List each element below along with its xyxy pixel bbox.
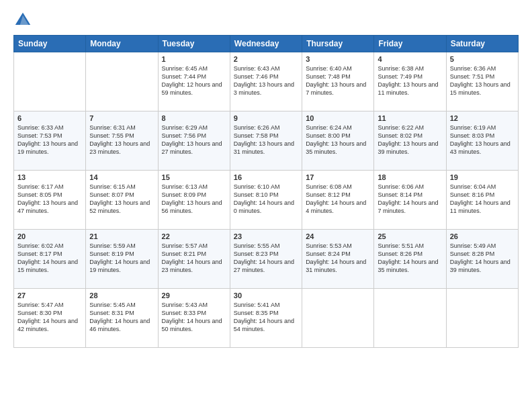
- calendar-week-5: 27Sunrise: 5:47 AM Sunset: 8:30 PM Dayli…: [14, 289, 519, 348]
- calendar-cell: 4Sunrise: 6:38 AM Sunset: 7:49 PM Daylig…: [374, 52, 446, 111]
- calendar-cell: 9Sunrise: 6:26 AM Sunset: 7:58 PM Daylig…: [230, 111, 302, 171]
- day-info: Sunrise: 6:13 AM Sunset: 8:09 PM Dayligh…: [162, 183, 226, 216]
- day-info: Sunrise: 6:29 AM Sunset: 7:56 PM Dayligh…: [162, 124, 226, 156]
- day-number: 12: [450, 114, 515, 122]
- header: [13, 11, 519, 30]
- calendar-cell: 21Sunrise: 5:59 AM Sunset: 8:19 PM Dayli…: [86, 230, 158, 289]
- calendar-cell: 14Sunrise: 6:15 AM Sunset: 8:07 PM Dayli…: [86, 171, 158, 230]
- day-of-week-tuesday: Tuesday: [158, 36, 230, 52]
- calendar-cell: 3Sunrise: 6:40 AM Sunset: 7:48 PM Daylig…: [302, 52, 374, 111]
- day-number: 18: [378, 173, 442, 181]
- day-of-week-sunday: Sunday: [14, 36, 86, 52]
- calendar-cell: 26Sunrise: 5:49 AM Sunset: 8:28 PM Dayli…: [446, 230, 518, 289]
- calendar-cell: 13Sunrise: 6:17 AM Sunset: 8:05 PM Dayli…: [14, 171, 86, 230]
- calendar-cell: 25Sunrise: 5:51 AM Sunset: 8:26 PM Dayli…: [374, 230, 446, 289]
- calendar: SundayMondayTuesdayWednesdayThursdayFrid…: [13, 35, 519, 348]
- day-info: Sunrise: 6:17 AM Sunset: 8:05 PM Dayligh…: [17, 183, 82, 216]
- day-info: Sunrise: 6:02 AM Sunset: 8:17 PM Dayligh…: [17, 242, 82, 275]
- calendar-cell: 11Sunrise: 6:22 AM Sunset: 8:02 PM Dayli…: [374, 111, 446, 171]
- calendar-cell: [302, 289, 374, 348]
- day-number: 10: [306, 114, 370, 122]
- day-of-week-friday: Friday: [374, 36, 446, 52]
- logo: [13, 11, 36, 30]
- day-info: Sunrise: 6:22 AM Sunset: 8:02 PM Dayligh…: [378, 124, 442, 156]
- calendar-week-2: 6Sunrise: 6:33 AM Sunset: 7:53 PM Daylig…: [14, 111, 519, 171]
- day-number: 30: [234, 291, 298, 300]
- day-info: Sunrise: 5:43 AM Sunset: 8:33 PM Dayligh…: [162, 301, 226, 334]
- calendar-cell: [446, 289, 518, 348]
- day-info: Sunrise: 5:57 AM Sunset: 8:21 PM Dayligh…: [162, 242, 226, 275]
- calendar-cell: 23Sunrise: 5:55 AM Sunset: 8:23 PM Dayli…: [230, 230, 302, 289]
- day-info: Sunrise: 5:49 AM Sunset: 8:28 PM Dayligh…: [450, 242, 515, 275]
- calendar-cell: 6Sunrise: 6:33 AM Sunset: 7:53 PM Daylig…: [14, 111, 86, 171]
- calendar-cell: 17Sunrise: 6:08 AM Sunset: 8:12 PM Dayli…: [302, 171, 374, 230]
- calendar-cell: 8Sunrise: 6:29 AM Sunset: 7:56 PM Daylig…: [158, 111, 230, 171]
- calendar-cell: 5Sunrise: 6:36 AM Sunset: 7:51 PM Daylig…: [446, 52, 518, 111]
- day-of-week-wednesday: Wednesday: [230, 36, 302, 52]
- day-info: Sunrise: 6:15 AM Sunset: 8:07 PM Dayligh…: [89, 183, 154, 216]
- day-number: 2: [234, 55, 298, 63]
- calendar-cell: 22Sunrise: 5:57 AM Sunset: 8:21 PM Dayli…: [158, 230, 230, 289]
- calendar-cell: 24Sunrise: 5:53 AM Sunset: 8:24 PM Dayli…: [302, 230, 374, 289]
- day-number: 4: [378, 55, 442, 63]
- day-info: Sunrise: 6:10 AM Sunset: 8:10 PM Dayligh…: [234, 183, 298, 216]
- calendar-cell: 2Sunrise: 6:43 AM Sunset: 7:46 PM Daylig…: [230, 52, 302, 111]
- calendar-cell: 10Sunrise: 6:24 AM Sunset: 8:00 PM Dayli…: [302, 111, 374, 171]
- day-info: Sunrise: 6:26 AM Sunset: 7:58 PM Dayligh…: [234, 124, 298, 156]
- calendar-cell: 7Sunrise: 6:31 AM Sunset: 7:55 PM Daylig…: [86, 111, 158, 171]
- day-number: 23: [234, 232, 298, 240]
- calendar-week-1: 1Sunrise: 6:45 AM Sunset: 7:44 PM Daylig…: [14, 52, 519, 111]
- calendar-week-3: 13Sunrise: 6:17 AM Sunset: 8:05 PM Dayli…: [14, 171, 519, 230]
- day-info: Sunrise: 6:43 AM Sunset: 7:46 PM Dayligh…: [234, 64, 298, 97]
- page: SundayMondayTuesdayWednesdayThursdayFrid…: [0, 0, 532, 411]
- day-info: Sunrise: 6:40 AM Sunset: 7:48 PM Dayligh…: [306, 64, 370, 97]
- day-number: 20: [17, 232, 82, 240]
- day-number: 16: [234, 173, 298, 181]
- day-number: 17: [306, 173, 370, 181]
- day-number: 5: [450, 55, 515, 63]
- calendar-cell: 12Sunrise: 6:19 AM Sunset: 8:03 PM Dayli…: [446, 111, 518, 171]
- calendar-cell: 19Sunrise: 6:04 AM Sunset: 8:16 PM Dayli…: [446, 171, 518, 230]
- day-number: 15: [162, 173, 226, 181]
- calendar-cell: 18Sunrise: 6:06 AM Sunset: 8:14 PM Dayli…: [374, 171, 446, 230]
- day-number: 7: [89, 114, 154, 122]
- day-number: 26: [450, 232, 515, 240]
- calendar-cell: [374, 289, 446, 348]
- day-number: 14: [89, 173, 154, 181]
- day-info: Sunrise: 5:55 AM Sunset: 8:23 PM Dayligh…: [234, 242, 298, 275]
- day-of-week-monday: Monday: [86, 36, 158, 52]
- day-info: Sunrise: 6:33 AM Sunset: 7:53 PM Dayligh…: [17, 124, 82, 156]
- calendar-cell: 1Sunrise: 6:45 AM Sunset: 7:44 PM Daylig…: [158, 52, 230, 111]
- day-info: Sunrise: 5:41 AM Sunset: 8:35 PM Dayligh…: [234, 301, 298, 334]
- day-info: Sunrise: 5:59 AM Sunset: 8:19 PM Dayligh…: [89, 242, 154, 275]
- day-info: Sunrise: 6:06 AM Sunset: 8:14 PM Dayligh…: [378, 183, 442, 216]
- day-info: Sunrise: 6:36 AM Sunset: 7:51 PM Dayligh…: [450, 64, 515, 97]
- day-info: Sunrise: 6:38 AM Sunset: 7:49 PM Dayligh…: [378, 64, 442, 97]
- day-number: 1: [162, 55, 226, 63]
- calendar-cell: 15Sunrise: 6:13 AM Sunset: 8:09 PM Dayli…: [158, 171, 230, 230]
- calendar-header-row: SundayMondayTuesdayWednesdayThursdayFrid…: [14, 36, 519, 52]
- day-info: Sunrise: 5:53 AM Sunset: 8:24 PM Dayligh…: [306, 242, 370, 275]
- day-of-week-thursday: Thursday: [302, 36, 374, 52]
- day-number: 13: [17, 173, 82, 181]
- day-number: 3: [306, 55, 370, 63]
- logo-icon: [13, 11, 32, 30]
- day-info: Sunrise: 6:04 AM Sunset: 8:16 PM Dayligh…: [450, 183, 515, 216]
- day-info: Sunrise: 5:45 AM Sunset: 8:31 PM Dayligh…: [89, 301, 154, 334]
- day-info: Sunrise: 6:19 AM Sunset: 8:03 PM Dayligh…: [450, 124, 515, 156]
- calendar-cell: 30Sunrise: 5:41 AM Sunset: 8:35 PM Dayli…: [230, 289, 302, 348]
- day-info: Sunrise: 6:31 AM Sunset: 7:55 PM Dayligh…: [89, 124, 154, 156]
- day-number: 25: [378, 232, 442, 240]
- day-info: Sunrise: 6:24 AM Sunset: 8:00 PM Dayligh…: [306, 124, 370, 156]
- day-number: 22: [162, 232, 226, 240]
- calendar-cell: 28Sunrise: 5:45 AM Sunset: 8:31 PM Dayli…: [86, 289, 158, 348]
- calendar-cell: 16Sunrise: 6:10 AM Sunset: 8:10 PM Dayli…: [230, 171, 302, 230]
- day-info: Sunrise: 6:08 AM Sunset: 8:12 PM Dayligh…: [306, 183, 370, 216]
- day-number: 6: [17, 114, 82, 122]
- calendar-cell: [14, 52, 86, 111]
- calendar-week-4: 20Sunrise: 6:02 AM Sunset: 8:17 PM Dayli…: [14, 230, 519, 289]
- calendar-cell: 27Sunrise: 5:47 AM Sunset: 8:30 PM Dayli…: [14, 289, 86, 348]
- day-number: 8: [162, 114, 226, 122]
- day-info: Sunrise: 6:45 AM Sunset: 7:44 PM Dayligh…: [162, 64, 226, 97]
- day-number: 19: [450, 173, 515, 181]
